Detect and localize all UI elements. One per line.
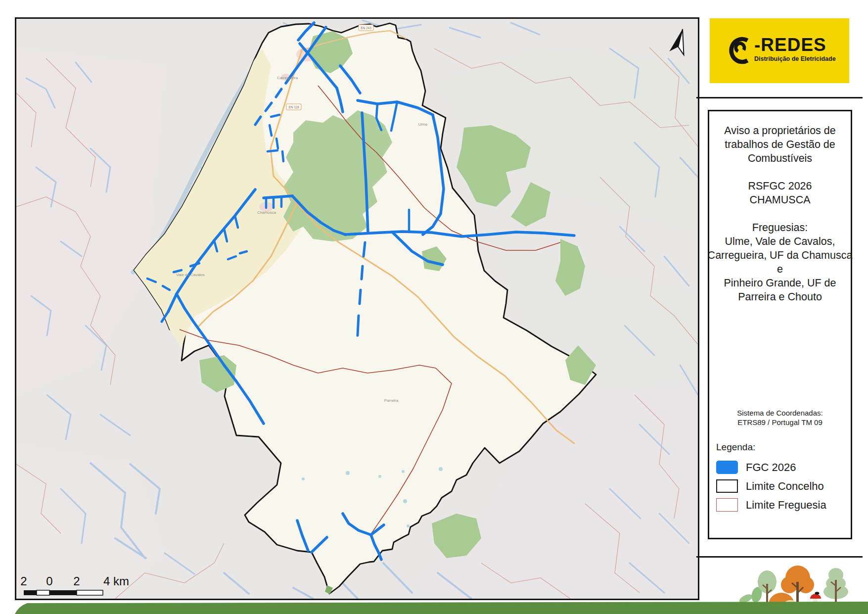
freguesias-line: Parreira e Chouto	[706, 290, 854, 304]
fgc-swatch	[716, 461, 738, 474]
crs-line: Sistema de Coordenadas:	[709, 408, 851, 418]
notice-text: Aviso a proprietários de trabalhos de Ge…	[706, 124, 854, 304]
crs-line: ETRS89 / Portugal TM 09	[709, 418, 851, 427]
road-shield-label: EN 118	[288, 105, 299, 109]
freguesias-line: Pinheiro Grande, UF de	[706, 276, 854, 290]
divider-top	[696, 97, 863, 98]
legend-label: FGC 2026	[746, 461, 796, 474]
legend-item-concelho: Limite Concelho	[716, 479, 847, 493]
map-svg: Carregueira Chamusca Vale de Cavalos Ulm…	[16, 19, 698, 599]
legend: Legenda: FGC 2026 Limite Concelho Limite…	[716, 442, 847, 517]
place-label: Carregueira	[277, 76, 298, 80]
road-shield-label: EN 243	[361, 26, 371, 30]
freguesia-swatch	[716, 498, 738, 512]
scale-label: 2	[73, 574, 80, 588]
trees-illustration	[738, 563, 857, 605]
freguesias-line: Ulme, Vale de Cavalos,	[706, 235, 854, 248]
map-canvas: Carregueira Chamusca Vale de Cavalos Ulm…	[15, 17, 699, 600]
legend-item-fgc: FGC 2026	[716, 461, 847, 474]
campaign-code: RSFGC 2026	[706, 179, 854, 193]
notice-box: Aviso a proprietários de trabalhos de Ge…	[708, 110, 852, 539]
e-redes-logo: -REDES Distribuição de Eletricidade	[710, 18, 849, 83]
scale-label: 0	[46, 574, 52, 588]
legend-label: Limite Freguesia	[746, 499, 826, 512]
place-label: Chamusca	[257, 210, 276, 215]
scale-label: 4 km	[103, 574, 129, 588]
coordinate-system-note: Sistema de Coordenadas: ETRS89 / Portuga…	[709, 408, 851, 427]
footer-green-bar	[0, 600, 868, 614]
notice-line: Aviso a proprietários de	[706, 124, 854, 138]
e-redes-logo-icon	[728, 35, 751, 66]
map-sheet: Carregueira Chamusca Vale de Cavalos Ulm…	[0, 0, 868, 614]
place-label: Ulme	[418, 122, 428, 127]
notice-line: Combustíveis	[706, 151, 854, 165]
place-label: Parreira	[384, 398, 399, 403]
legend-title: Legenda:	[716, 442, 847, 453]
legend-item-freguesia: Limite Freguesia	[716, 498, 847, 512]
concelho-swatch	[716, 479, 738, 493]
municipality-name: CHAMUSCA	[706, 193, 854, 207]
freguesias-label: Freguesias:	[706, 221, 854, 235]
legend-label: Limite Concelho	[746, 480, 824, 493]
freguesias-line: Carregueira, UF da Chamusca e	[706, 248, 854, 276]
logo-subtitle: Distribuição de Eletricidade	[754, 55, 836, 62]
place-label: Vale de Cavalos	[176, 273, 205, 277]
scale-label: 2	[20, 574, 27, 588]
notice-line: trabalhos de Gestão de	[706, 138, 854, 151]
logo-brand-text: -REDES	[754, 35, 836, 55]
divider-bottom	[696, 556, 863, 558]
